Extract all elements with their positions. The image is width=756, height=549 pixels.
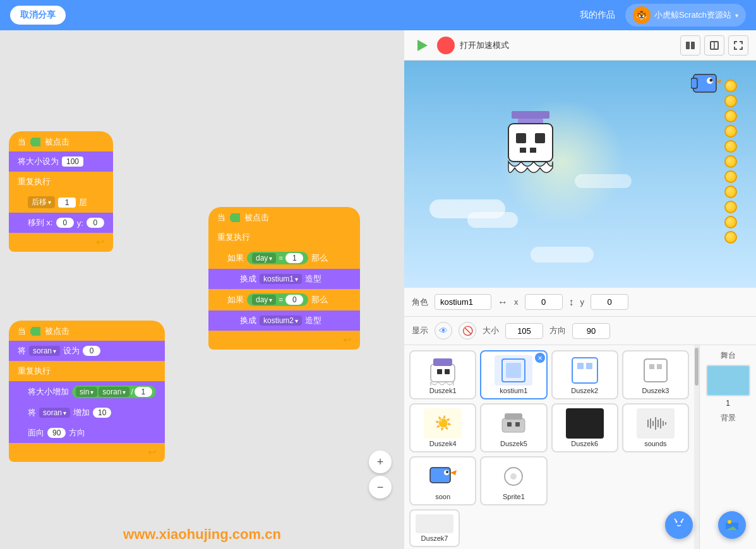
switch-costume-2: 换成 kostium2 造型 [208, 310, 360, 331]
sprites-list[interactable]: Duszek1 ✕ kostium1 [404, 345, 694, 549]
svg-rect-5 [512, 111, 549, 119]
soran-dropdown[interactable]: soran [29, 346, 60, 356]
kostium1-dropdown[interactable]: kostium1 [260, 274, 302, 284]
layout-single-button[interactable] [704, 35, 724, 56]
scrollbar-thumb [695, 348, 699, 386]
repeat-end-2: ↩ [9, 443, 165, 462]
soran-dropdown-3[interactable]: soran [39, 408, 70, 418]
sin-dropdown[interactable]: sin [76, 387, 97, 397]
dir-input[interactable]: 90 [47, 428, 66, 438]
sprite-card-duszek2[interactable]: Duszek2 [551, 350, 618, 399]
my-works-link[interactable]: 我的作品 [580, 9, 615, 21]
layer-input[interactable]: 1 [58, 198, 76, 208]
equals-1: = [279, 254, 283, 263]
svg-rect-25 [586, 363, 592, 369]
stop-button[interactable] [437, 37, 455, 54]
svg-rect-6 [518, 119, 543, 124]
cloud-2 [467, 212, 518, 228]
face-label: 面向 [28, 427, 44, 439]
y-input[interactable] [591, 294, 628, 310]
sprite-card-duszek4[interactable]: ☀️ Duszek4 [409, 403, 476, 452]
sprite-card-duszek1[interactable]: Duszek1 [409, 350, 476, 399]
sprite-card-duszek7[interactable]: Duszek7 [409, 509, 460, 547]
blocks-canvas[interactable]: 当 被点击 将大小设为 100 重复执行 后移 1 层 [0, 30, 404, 549]
svg-rect-23 [572, 358, 597, 383]
layout-split-button[interactable] [680, 35, 700, 56]
svg-point-44 [446, 471, 448, 473]
sprite-card-duszek5[interactable]: Duszek5 [480, 403, 547, 452]
zoom-in-button[interactable]: + [369, 451, 392, 473]
cloud-3 [531, 247, 594, 263]
brand-logo[interactable]: 🐯 小虎鲸Scratch资源站 ▾ [625, 4, 746, 27]
svg-rect-11 [530, 148, 536, 153]
kostium1-thumb [495, 355, 532, 386]
sprite-card-duszek6[interactable]: Duszek6 [551, 403, 618, 452]
fullscreen-button[interactable] [728, 35, 748, 56]
dir-input-info[interactable] [572, 323, 610, 339]
back-dropdown[interactable]: 后移 [28, 196, 55, 208]
show-eye-button[interactable]: 👁 [435, 322, 452, 339]
loop-arrow-3: ↩ [343, 334, 351, 346]
cancel-share-button[interactable]: 取消分享 [10, 6, 66, 25]
arrow-y-icon: ↕ [569, 297, 574, 308]
sprite-card-duszek3[interactable]: Duszek3 [622, 350, 689, 399]
svg-rect-26 [644, 359, 667, 382]
div-input[interactable]: 1 [135, 387, 152, 397]
add-background-button[interactable] [718, 511, 746, 539]
svg-rect-42 [430, 468, 450, 483]
dir-label-block: 方向 [69, 427, 85, 439]
hide-button[interactable]: 🚫 [459, 322, 476, 339]
soran-dropdown-2[interactable]: soran [99, 387, 129, 397]
sprite-card-soon[interactable]: soon [409, 456, 476, 505]
coin-9 [724, 201, 737, 213]
loop-arrow-1: ↩ [96, 236, 104, 248]
if-block-2: 如果 day = 0 那么 [208, 289, 360, 310]
x-input[interactable] [525, 294, 563, 310]
eq-val-1[interactable]: 1 [285, 253, 303, 263]
zoom-out-button[interactable]: − [369, 476, 392, 499]
svg-rect-9 [535, 133, 545, 143]
top-bar: 取消分享 我的作品 🐯 小虎鲸Scratch资源站 ▾ [0, 0, 756, 30]
sprite-card-kostium1[interactable]: ✕ kostium1 [480, 350, 547, 399]
size-input-info[interactable] [505, 323, 543, 339]
green-flag-button[interactable] [412, 35, 432, 56]
svg-rect-18 [437, 369, 442, 374]
svg-rect-31 [515, 422, 520, 427]
stage-thumbnail[interactable] [706, 365, 750, 396]
size-input[interactable]: 100 [62, 156, 83, 167]
layout-buttons [680, 35, 748, 56]
coin-7 [724, 170, 737, 183]
sin-oval[interactable]: sin soran / 1 [72, 386, 156, 398]
sprite-card-sounds[interactable]: sounds [622, 403, 689, 452]
x-input[interactable]: 0 [56, 218, 74, 228]
svg-rect-29 [502, 418, 525, 432]
eq-val-2[interactable]: 0 [285, 295, 303, 305]
sprite-name-duszek6: Duszek6 [571, 440, 598, 447]
add-bg-icon [724, 517, 740, 533]
condition-1: day = 1 [247, 252, 308, 264]
add-sprite-button[interactable] [665, 511, 693, 539]
sprite-name-duszek5: Duszek5 [500, 440, 527, 447]
sprite-name-input[interactable] [435, 294, 491, 310]
sprites-scrollbar[interactable] [694, 345, 699, 549]
repeat-block-2: 重复执行 [9, 361, 165, 381]
svg-point-53 [728, 520, 731, 524]
setto-input[interactable]: 0 [83, 346, 100, 356]
if-label-2: 如果 [227, 294, 244, 305]
y-input[interactable]: 0 [87, 218, 104, 228]
sprite-card-sprite1[interactable]: Sprite1 [480, 456, 547, 505]
delete-kostium1-button[interactable]: ✕ [535, 353, 545, 363]
coin-6 [724, 155, 737, 168]
day-dropdown-2[interactable]: day [252, 295, 276, 305]
kostium2-dropdown[interactable]: kostium2 [260, 316, 302, 326]
fullscreen-icon [733, 40, 743, 50]
ten-input[interactable]: 10 [93, 408, 111, 418]
svg-point-15 [710, 79, 713, 82]
hat-block-1: 当 被点击 [9, 131, 113, 151]
code-area: 当 被点击 将大小设为 100 重复执行 后移 1 层 [0, 30, 404, 549]
main-layout: 当 被点击 将大小设为 100 重复执行 后移 1 层 [0, 30, 756, 549]
svg-rect-13 [691, 78, 697, 88]
loop-arrow-2: ↩ [148, 446, 156, 458]
day-dropdown-1[interactable]: day [252, 253, 276, 263]
set-size-label: 将大小设为 [18, 156, 59, 167]
